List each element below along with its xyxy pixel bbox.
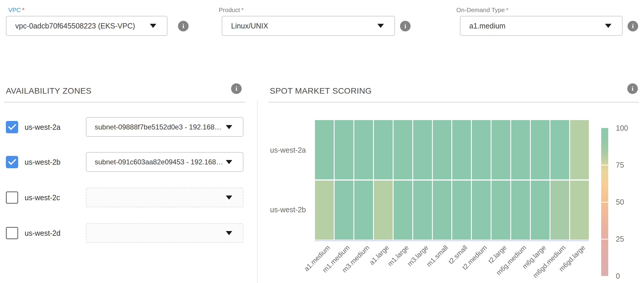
az-zone-label: us-west-2b [25, 156, 60, 168]
heatmap-cell-us-west-2a-m6g.medium [511, 120, 530, 179]
az-subnet-value: subnet-091c603aa82e09453 - 192.168… [95, 153, 223, 171]
availability-zones-title: AVAILABILITY ZONES [6, 86, 91, 96]
heatmap-cell-us-west-2a-t2.large [492, 120, 510, 179]
heatmap-cell-us-west-2b-m1.small [433, 181, 452, 240]
heatmap-cell-us-west-2a-t2.medium [472, 120, 491, 179]
heatmap-cell-us-west-2b-t2.large [492, 181, 510, 240]
heatmap-column-label-a1.medium: a1.medium [289, 244, 332, 283]
colorbar-tick-100: 100 [616, 124, 628, 132]
az-checkbox-us-west-2c[interactable] [6, 191, 18, 204]
heatmap-cell-us-west-2b-m1.large [394, 181, 412, 240]
heatmap-row-label-us-west-2b: us-west-2b [262, 205, 306, 214]
az-subnet-select-us-west-2a[interactable]: subnet-09888f7be5152d0e3 - 192.168… [86, 117, 243, 137]
availability-zones-info-icon[interactable]: i [231, 83, 242, 94]
product-info-icon[interactable]: i [400, 21, 411, 31]
colorbar-tick-50: 50 [616, 198, 624, 206]
check-icon [8, 157, 16, 165]
spot-market-heatmap [315, 120, 589, 240]
colorbar-segment-break [601, 165, 608, 166]
heatmap-cell-us-west-2b-a1.medium [315, 181, 334, 240]
az-subnet-select-us-west-2d[interactable] [86, 223, 243, 243]
availability-zones-divider [4, 102, 245, 102]
spot-market-scoring-info-icon[interactable]: i [627, 83, 638, 94]
colorbar-segment-break [601, 202, 608, 203]
colorbar-segment-break [601, 239, 608, 240]
colorbar-tick-75: 75 [616, 161, 624, 169]
on-demand-required-asterisk: * [506, 6, 508, 13]
product-select[interactable]: Linux/UNIX [222, 16, 395, 36]
heatmap-cell-us-west-2b-m1.medium [335, 181, 353, 240]
az-subnet-value: subnet-09888f7be5152d0e3 - 192.168… [95, 118, 221, 136]
product-select-value: Linux/UNIX [231, 16, 268, 35]
az-checkbox-us-west-2b[interactable] [6, 156, 18, 168]
on-demand-info-icon[interactable]: i [628, 21, 638, 31]
heatmap-cell-us-west-2a-m6g.large [531, 120, 550, 179]
heatmap-cell-us-west-2b-m6gd.medium [550, 181, 569, 240]
vpc-info-icon[interactable]: i [178, 21, 189, 31]
az-zone-label: us-west-2c [25, 191, 60, 204]
heatmap-cell-us-west-2a-m3.medium [354, 120, 373, 179]
heatmap-cell-us-west-2b-a1.large [374, 181, 393, 240]
heatmap-cell-us-west-2a-a1.medium [315, 120, 334, 179]
heatmap-cell-us-west-2b-t2.medium [472, 181, 491, 240]
az-checkbox-us-west-2d[interactable] [6, 227, 18, 239]
heatmap-cell-us-west-2b-m6g.large [531, 181, 550, 240]
az-checkbox-us-west-2a[interactable] [6, 121, 18, 133]
az-zone-label: us-west-2d [25, 227, 60, 239]
vpc-label: VPC* [8, 6, 24, 14]
product-required-asterisk: * [241, 6, 243, 13]
chevron-down-icon [605, 24, 611, 28]
on-demand-type-select-value: a1.medium [469, 16, 506, 35]
vpc-select[interactable]: vpc-0adcb70f645508223 (EKS-VPC) [6, 16, 167, 36]
heatmap-cell-us-west-2a-m1.small [433, 120, 452, 179]
spot-instance-config-page: VPC* vpc-0adcb70f645508223 (EKS-VPC) i P… [0, 0, 644, 283]
heatmap-cell-us-west-2a-m3.large [413, 120, 432, 179]
chevron-down-icon [150, 24, 156, 28]
product-label: Product* [219, 6, 244, 14]
heatmap-x-axis-line [315, 240, 589, 241]
az-zone-label: us-west-2a [25, 121, 60, 133]
vpc-select-value: vpc-0adcb70f645508223 (EKS-VPC) [15, 16, 135, 35]
colorbar-tick-25: 25 [616, 235, 624, 243]
spot-market-scoring-divider [269, 102, 639, 102]
chevron-down-icon [226, 160, 232, 164]
spot-market-scoring-title: SPOT MARKET SCORING [270, 86, 372, 96]
heatmap-cell-us-west-2b-m6gd.large [570, 181, 589, 240]
heatmap-cell-us-west-2a-a1.large [374, 120, 393, 179]
az-subnet-select-us-west-2c[interactable] [86, 188, 243, 207]
chevron-down-icon [377, 24, 384, 28]
colorbar-tick-0: 0 [616, 272, 620, 280]
heatmap-cell-us-west-2a-m1.large [394, 120, 412, 179]
vpc-required-asterisk: * [22, 6, 24, 13]
heatmap-row-label-us-west-2a: us-west-2a [262, 146, 306, 154]
az-subnet-select-us-west-2b[interactable]: subnet-091c603aa82e09453 - 192.168… [86, 152, 243, 172]
heatmap-cell-us-west-2b-m3.medium [354, 181, 373, 240]
heatmap-cell-us-west-2a-m1.medium [335, 120, 353, 179]
heatmap-cell-us-west-2b-m3.large [413, 181, 432, 240]
chevron-down-icon [226, 125, 232, 129]
heatmap-cell-us-west-2b-t2.small [452, 181, 471, 240]
chevron-down-icon [226, 196, 232, 200]
heatmap-colorbar [601, 128, 608, 276]
on-demand-type-label: On-Demand Type* [456, 6, 509, 14]
heatmap-cell-us-west-2a-m6gd.large [570, 120, 589, 179]
heatmap-cell-us-west-2a-m6gd.medium [550, 120, 569, 179]
heatmap-cell-us-west-2a-t2.small [452, 120, 471, 179]
check-icon [8, 122, 16, 130]
on-demand-type-select[interactable]: a1.medium [460, 16, 623, 36]
heatmap-cell-us-west-2b-m6g.medium [511, 181, 530, 240]
chevron-down-icon [226, 231, 232, 235]
section-vertical-divider [257, 101, 258, 283]
